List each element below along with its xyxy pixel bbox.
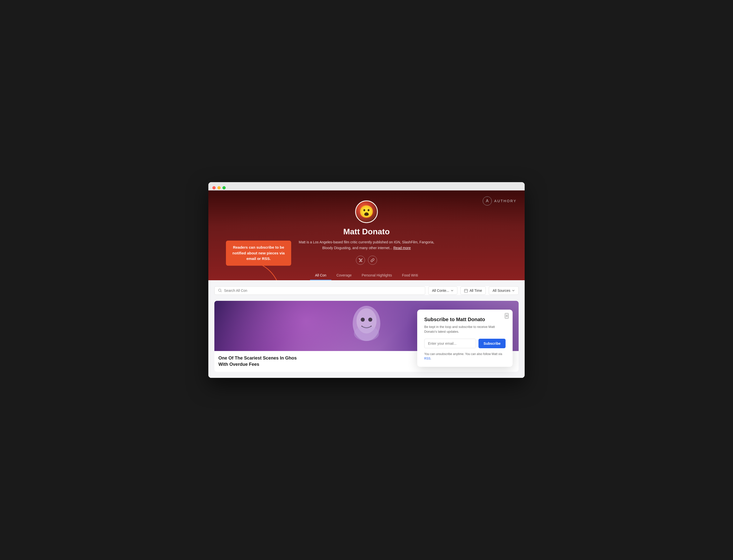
- authory-logo-text: AUTHORY: [494, 199, 517, 203]
- email-input[interactable]: [424, 339, 476, 348]
- svg-point-7: [354, 326, 379, 341]
- search-icon: [218, 289, 222, 293]
- modal-close-button[interactable]: ×: [505, 313, 509, 319]
- svg-point-1: [218, 289, 221, 292]
- main-content: All Conte... All Time All Sources: [208, 280, 525, 378]
- profile-name: Matt Donato: [213, 227, 520, 236]
- modal-input-row: Subscribe: [424, 339, 506, 348]
- modal-title: Subscribe to Matt Donato: [424, 317, 506, 322]
- chevron-down-icon-sources: [512, 289, 515, 292]
- tab-all-content[interactable]: All Con: [310, 271, 331, 280]
- filter-bar: All Conte... All Time All Sources: [214, 286, 519, 295]
- dot-green[interactable]: [222, 186, 226, 189]
- search-input[interactable]: [224, 289, 422, 293]
- tab-food-writing[interactable]: Food Writi: [397, 271, 423, 280]
- authory-logo[interactable]: A AUTHORY: [483, 196, 517, 205]
- tooltip-arrow: [256, 262, 286, 280]
- svg-point-5: [361, 318, 365, 322]
- browser-window: A AUTHORY Readers can subscribe to be no…: [208, 182, 525, 378]
- content-row: One Of The Scariest Scenes In Ghos With …: [214, 301, 519, 372]
- modal-description: Be kept in the loop and subscribe to rec…: [424, 324, 506, 334]
- modal-footer: You can unsubscribe anytime. You can als…: [424, 352, 506, 361]
- tooltip-annotation: Readers can subscribe to be notified abo…: [226, 241, 291, 266]
- subscribe-modal: × Subscribe to Matt Donato Be kept in th…: [417, 310, 513, 367]
- twitter-icon[interactable]: [356, 256, 365, 265]
- rss-link[interactable]: RSS: [424, 357, 431, 360]
- avatar: [355, 200, 378, 223]
- time-filter[interactable]: All Time: [461, 286, 486, 295]
- profile-bio: Matt is a Los Angeles-based film critic …: [296, 239, 437, 251]
- tab-personal-highlights[interactable]: Personal Highlights: [357, 271, 397, 280]
- dot-yellow[interactable]: [217, 186, 221, 189]
- chevron-down-icon: [451, 289, 454, 292]
- avatar-container: [355, 200, 378, 223]
- tooltip-text: Readers can subscribe to be notified abo…: [232, 245, 285, 261]
- sources-filter[interactable]: All Sources: [489, 286, 519, 295]
- authory-logo-icon: A: [483, 196, 492, 205]
- read-more-link[interactable]: Read more: [394, 246, 411, 250]
- avatar-image: [356, 201, 377, 222]
- subscribe-button[interactable]: Subscribe: [479, 339, 506, 348]
- svg-point-6: [368, 318, 372, 322]
- content-type-filter[interactable]: All Conte...: [428, 286, 457, 295]
- link-icon[interactable]: [368, 256, 377, 265]
- tab-coverage[interactable]: Coverage: [331, 271, 357, 280]
- dot-red[interactable]: [212, 186, 216, 189]
- browser-content: A AUTHORY Readers can subscribe to be no…: [208, 190, 525, 378]
- browser-dots: [212, 185, 521, 190]
- svg-rect-2: [465, 289, 468, 292]
- search-input-wrap[interactable]: [214, 286, 425, 295]
- browser-chrome: [208, 182, 525, 190]
- hero-section: A AUTHORY Readers can subscribe to be no…: [208, 190, 525, 280]
- calendar-icon: [464, 289, 468, 293]
